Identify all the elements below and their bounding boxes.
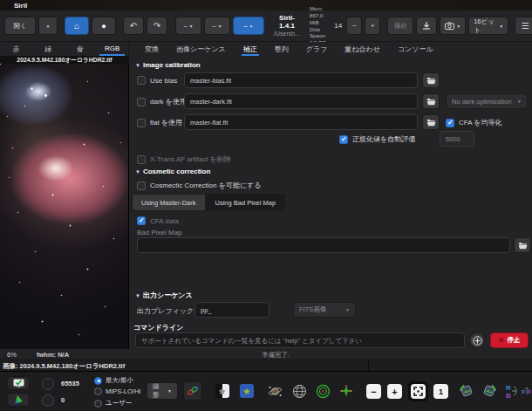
tab-console[interactable]: コンソール	[389, 42, 442, 56]
photometry-button[interactable]	[313, 381, 332, 401]
dark-optimization-dropdown[interactable]: No dark optimization ▼	[446, 93, 528, 109]
tab-calibration[interactable]: 補正	[235, 42, 266, 56]
sequence-dropdown-3-value: –	[243, 22, 247, 30]
open-dropdown-button[interactable]: ▼	[38, 17, 58, 35]
sequence-dropdown-2[interactable]: – ▼	[204, 17, 230, 35]
cfa-equalize-label: CFA を均等化	[459, 118, 502, 127]
star-marker-button[interactable]	[337, 381, 356, 401]
tab-rgb-channel[interactable]: RGB	[96, 42, 128, 56]
enable-cosmetic-checkbox[interactable]: Cosmectic Correction を可能にする	[137, 181, 261, 190]
radio-user[interactable]: ユーザー	[94, 399, 132, 408]
redo-button[interactable]: ↷	[147, 17, 167, 35]
zoom-fit-button[interactable]	[408, 381, 428, 401]
resource-info: Mem: 867.0 MiB Disk Space: 2.5 TiB	[310, 5, 326, 46]
bit-depth-dropdown[interactable]: 16ビット ▼	[468, 17, 508, 35]
flip-horizontal-button[interactable]: R Я	[522, 381, 532, 401]
bad-pixel-map-browse-button[interactable]	[514, 237, 531, 253]
bias-file-input[interactable]	[184, 72, 418, 88]
radio-mips-lohi[interactable]: MIPS-LO/HI	[94, 387, 140, 395]
bad-pixel-map-input[interactable]	[137, 237, 510, 253]
rotate-right-button[interactable]	[480, 381, 499, 401]
tab-sequence[interactable]: 画像シーケンス	[167, 42, 235, 56]
save-as-button[interactable]	[416, 17, 437, 35]
open-button[interactable]: 開く	[4, 17, 36, 35]
undo-icon: ↶	[130, 21, 137, 31]
cosmetic-correction-title: Cosmetic correction	[143, 168, 210, 175]
star-detection-button[interactable]: ★	[237, 381, 256, 401]
app-menu-title[interactable]: Siril	[14, 2, 27, 10]
sequence-dropdown-1[interactable]: – ▼	[175, 17, 201, 35]
astrometry-button[interactable]	[265, 381, 284, 401]
chevron-down-icon: ▼	[218, 24, 222, 29]
zoom-out-button[interactable]: −	[366, 384, 381, 399]
enable-cosmetic-label: Cosmectic Correction を可能にする	[150, 181, 261, 190]
save-button[interactable]: 保存	[387, 17, 413, 35]
svg-text:B: B	[506, 392, 511, 399]
celestial-grid-button[interactable]	[290, 381, 309, 401]
current-image-label: 画像: 2024.9.5.M42.180オーロラHDR2.tif	[0, 362, 125, 370]
tab-registration[interactable]: 整列	[266, 42, 297, 56]
home-button[interactable]: ⌂	[65, 17, 89, 35]
display-check-button[interactable]	[7, 376, 30, 390]
rotate-left-button[interactable]	[457, 381, 476, 401]
color-management-button[interactable]	[7, 393, 30, 407]
command-extra-button[interactable]	[469, 332, 485, 348]
threads-plus-button[interactable]: +	[365, 17, 380, 35]
redo-icon: ↷	[153, 21, 160, 31]
folder-open-icon	[426, 119, 436, 127]
flip-vertical-button[interactable]: R B	[502, 381, 522, 401]
use-flat-checkbox[interactable]: flat を使用	[137, 118, 182, 127]
sequence-dropdown-2-value: –	[212, 22, 215, 30]
using-bad-pixel-map-toggle[interactable]: Using Bad Pixel Map	[206, 194, 286, 211]
low-cutoff-button[interactable]	[42, 394, 54, 407]
normalization-value-input[interactable]	[440, 131, 474, 147]
command-input[interactable]	[135, 332, 465, 348]
flat-file-input[interactable]	[184, 114, 418, 130]
using-master-dark-toggle[interactable]: Using Master-Dark	[132, 194, 206, 211]
stop-button[interactable]: ✕ 停止	[490, 332, 529, 348]
high-cutoff-button[interactable]	[42, 378, 54, 390]
radio-max-min-label: 最大/最小	[106, 376, 133, 385]
tab-plot[interactable]: グラフ	[297, 42, 337, 56]
chevron-down-icon: ▼	[46, 24, 51, 29]
use-dark-label: dark を使用	[150, 97, 187, 106]
stretch-mode-dropdown[interactable]: 線形 ▼	[147, 382, 178, 400]
xtrans-artifact-checkbox[interactable]: X-Trans AF artifact を削除	[137, 154, 231, 164]
tab-stacking[interactable]: 重ね合わせ	[336, 42, 389, 56]
dark-browse-button[interactable]	[422, 93, 440, 109]
snapshot-button[interactable]: ▼	[440, 17, 466, 35]
zoom-one-button[interactable]: 1	[433, 384, 448, 399]
auto-evaluate-checkbox[interactable]: 正規化値を自動評価	[339, 134, 415, 144]
dark-file-input[interactable]	[184, 93, 418, 109]
checkbox-icon	[137, 98, 146, 106]
radio-max-min[interactable]: 最大/最小	[94, 376, 133, 385]
tab-red-channel[interactable]: 赤	[0, 42, 32, 56]
undo-button[interactable]: ↶	[123, 17, 144, 35]
use-bias-checkbox[interactable]: Use bias	[137, 76, 177, 85]
sequence-dropdown-3[interactable]: – ▼	[233, 17, 264, 35]
threads-minus-button[interactable]: −	[346, 17, 362, 35]
cfa-data-checkbox[interactable]: CFA data	[137, 216, 179, 225]
channel-link-button[interactable]	[183, 381, 202, 401]
flat-browse-button[interactable]	[422, 114, 440, 130]
star-contrast-button[interactable]: ★	[213, 381, 232, 401]
status-row: 6% fwhm: N/A 準備完了.	[0, 349, 532, 360]
tab-blue-channel[interactable]: 青	[65, 42, 97, 56]
image-calibration-header[interactable]: ▼Image calibration	[135, 61, 201, 69]
cfa-equalize-checkbox[interactable]: CFA を均等化	[446, 118, 502, 127]
tab-green-channel[interactable]: 緑	[32, 42, 65, 56]
image-preview[interactable]	[0, 64, 129, 349]
use-dark-checkbox[interactable]: dark を使用	[137, 97, 187, 106]
output-sequence-header[interactable]: ▼出力シーケンス	[135, 291, 193, 300]
output-prefix-input[interactable]	[194, 302, 269, 318]
cosmetic-correction-header[interactable]: ▼Cosmetic correction	[135, 168, 210, 175]
zoom-in-button[interactable]: +	[387, 384, 402, 399]
tab-conversion[interactable]: 変換	[136, 42, 167, 56]
output-format-dropdown[interactable]: FITS画像 ▼	[293, 302, 356, 318]
saturn-icon	[268, 384, 283, 399]
plus-circle-icon	[473, 336, 482, 346]
livestack-button[interactable]: ●	[92, 17, 116, 35]
bias-browse-button[interactable]	[422, 72, 440, 88]
hamburger-menu-button[interactable]: ☰	[515, 17, 532, 35]
memory-info: Mem: 867.0 MiB	[310, 5, 326, 25]
